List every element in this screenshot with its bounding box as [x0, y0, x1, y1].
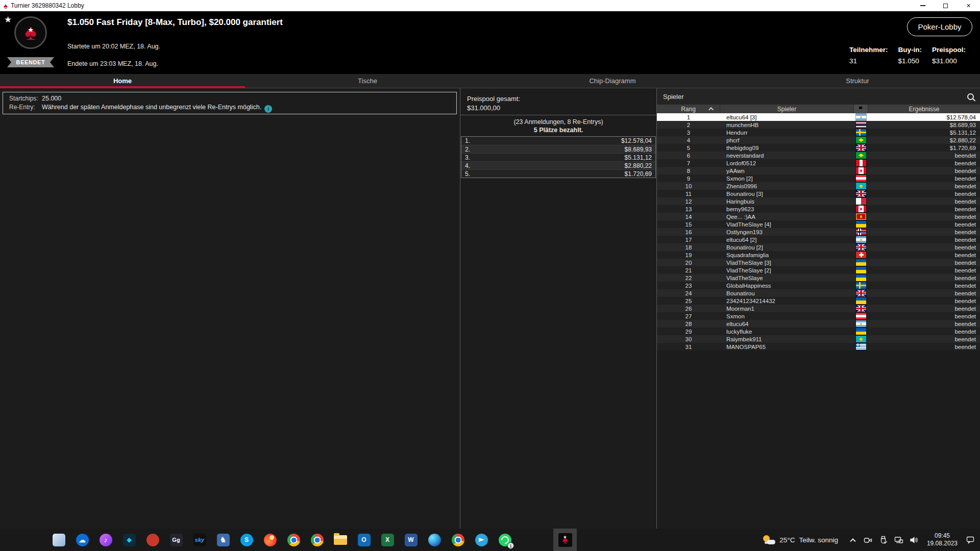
player-row[interactable]: 22 VladTheSlaye beendet	[657, 274, 980, 282]
tab-struktur[interactable]: Struktur	[735, 74, 980, 88]
player-row[interactable]: 23 GlobalHappiness beendet	[657, 282, 980, 289]
maximize-button[interactable]	[934, 0, 957, 11]
player-row[interactable]: 16 Ostlyngen193 beendet	[657, 228, 980, 236]
country-flag	[856, 152, 866, 159]
player-row[interactable]: 28 eltucu64 beendet	[657, 320, 980, 328]
chrome-icon-2[interactable]	[305, 529, 329, 551]
close-button[interactable]: ×	[957, 0, 980, 11]
clock[interactable]: 09:45 19.08.2023	[927, 532, 958, 547]
column-header-results[interactable]: Ergebnisse	[868, 105, 980, 113]
country-flag	[856, 190, 866, 197]
photos-app-icon[interactable]	[47, 529, 70, 551]
player-row[interactable]: 10 Zhenis0996 beendet	[657, 182, 980, 190]
prizepool-total-value: $31.000,00	[467, 104, 656, 112]
column-header-rank[interactable]: Rang	[657, 105, 720, 113]
player-row[interactable]: 3 Hendurr $5.131,12	[657, 129, 980, 136]
word-icon[interactable]: W	[399, 529, 423, 551]
minimize-button[interactable]	[911, 0, 934, 11]
search-icon[interactable]	[967, 93, 974, 100]
player-row[interactable]: 30 Raiymbek911 beendet	[657, 335, 980, 343]
tab-home[interactable]: Home	[0, 74, 245, 88]
country-flag	[856, 343, 866, 350]
player-row[interactable]: 18 Bounatirou [2] beendet	[657, 243, 980, 251]
music-app-icon[interactable]: ♪	[94, 529, 117, 551]
lobby-content: Startchips: 25.000 Re-Entry: Während der…	[0, 88, 980, 529]
country-flag	[856, 336, 866, 342]
player-search-placeholder: Spieler	[663, 93, 683, 101]
player-row[interactable]: 2 munchenHB $8.689,93	[657, 121, 980, 129]
poker-lobby-button[interactable]: Poker-Lobby	[907, 17, 972, 36]
player-row[interactable]: 15 VladTheSlaye [4] beendet	[657, 220, 980, 228]
reentry-label: Re-Entry:	[9, 103, 42, 113]
player-row[interactable]: 1 eltucu64 [3] $12.578,04	[657, 113, 980, 121]
player-row[interactable]: 7 Lordof0512 beendet	[657, 159, 980, 167]
file-explorer-icon[interactable]	[329, 529, 352, 551]
red-app-icon[interactable]	[141, 529, 164, 551]
player-row[interactable]: 14 Qee... :)AA beendet	[657, 213, 980, 220]
usb-tray-icon[interactable]	[878, 529, 889, 551]
start-button[interactable]	[0, 529, 23, 551]
info-icon[interactable]: i	[264, 105, 272, 113]
hidden-icons-button[interactable]	[847, 529, 859, 551]
weather-icon	[762, 534, 775, 545]
onedrive-icon[interactable]: ☁	[70, 529, 94, 551]
player-row[interactable]: 24 Bounatirou beendet	[657, 289, 980, 297]
chess-app-icon[interactable]: ♞	[211, 529, 235, 551]
players-table-header: Rang Spieler Ergebnisse	[657, 105, 980, 113]
outlook-icon[interactable]: O	[352, 529, 376, 551]
player-row[interactable]: 19 Squadrafamiglia beendet	[657, 251, 980, 259]
column-header-player[interactable]: Spieler	[720, 105, 854, 113]
info-panel: Startchips: 25.000 Re-Entry: Während der…	[3, 92, 457, 114]
diamond-app-icon[interactable]: ◆	[117, 529, 141, 551]
search-button[interactable]	[23, 529, 47, 551]
player-row[interactable]: 20 VladTheSlaye [3] beendet	[657, 259, 980, 266]
player-search[interactable]: Spieler	[657, 88, 980, 105]
telegram-icon[interactable]	[470, 529, 493, 551]
volume-tray-icon[interactable]	[909, 529, 920, 551]
column-header-flag[interactable]	[854, 105, 868, 113]
country-flag	[856, 114, 866, 120]
chrome-icon-3[interactable]	[446, 529, 470, 551]
status-badge: BEENDET	[7, 57, 54, 67]
chrome-icon[interactable]	[282, 529, 305, 551]
camera-tray-icon[interactable]	[863, 529, 874, 551]
player-row[interactable]: 27 Sxmon beendet	[657, 312, 980, 320]
action-center-button[interactable]	[965, 529, 976, 551]
taskbar-apps: ☁ ♪ ◆ Gg sky ♞	[0, 529, 577, 551]
tab-chip-diagramm[interactable]: Chip-Diagramm	[490, 74, 735, 88]
excel-icon[interactable]: X	[376, 529, 399, 551]
player-row[interactable]: 21 VladTheSlaye [2] beendet	[657, 266, 980, 274]
country-flag	[856, 121, 866, 128]
player-row[interactable]: 17 eltucu64 [2] beendet	[657, 236, 980, 243]
skype-icon[interactable]: S	[235, 529, 258, 551]
country-flag	[856, 259, 866, 266]
close-icon: ×	[966, 2, 970, 9]
player-row[interactable]: 6 neverstandard beendet	[657, 152, 980, 159]
player-row[interactable]: 25 234241234214432 beendet	[657, 297, 980, 305]
weather-widget[interactable]: 25°C Teilw. sonnig	[762, 534, 838, 545]
firefox-icon[interactable]	[258, 529, 282, 551]
country-flag	[856, 175, 866, 182]
player-row[interactable]: 31 MANOSPAP65 beendet	[657, 343, 980, 350]
stat-teilnehmer: Teilnehmer: 31	[849, 46, 888, 65]
player-row[interactable]: 8 yAAwn beendet	[657, 167, 980, 174]
favorite-star-icon[interactable]: ★	[4, 14, 12, 25]
weather-temperature: 25°C	[779, 536, 795, 544]
player-row[interactable]: 12 Haringbuis beendet	[657, 197, 980, 205]
edge-icon[interactable]	[423, 529, 446, 551]
flag-icon	[857, 106, 865, 113]
player-row[interactable]: 13 berny9623 beendet	[657, 205, 980, 213]
gg-icon[interactable]: Gg	[164, 529, 188, 551]
tab-tische[interactable]: Tische	[245, 74, 490, 88]
player-row[interactable]: 5 thebigdog09 $1.720,69	[657, 144, 980, 152]
whatsapp-icon[interactable]: 1	[493, 529, 517, 551]
player-row[interactable]: 4 phcrf $2.880,22	[657, 136, 980, 144]
sky-icon[interactable]: sky	[188, 529, 211, 551]
player-row[interactable]: 11 Bounatirou [3] beendet	[657, 190, 980, 197]
player-row[interactable]: 29 luckyfluke beendet	[657, 328, 980, 335]
country-flag	[856, 320, 866, 327]
player-row[interactable]: 26 Moorman1 beendet	[657, 305, 980, 312]
pokerstars-taskbar-icon[interactable]: ♠	[553, 529, 577, 551]
player-row[interactable]: 9 Sxmon [2] beendet	[657, 174, 980, 182]
network-tray-icon[interactable]	[893, 529, 904, 551]
